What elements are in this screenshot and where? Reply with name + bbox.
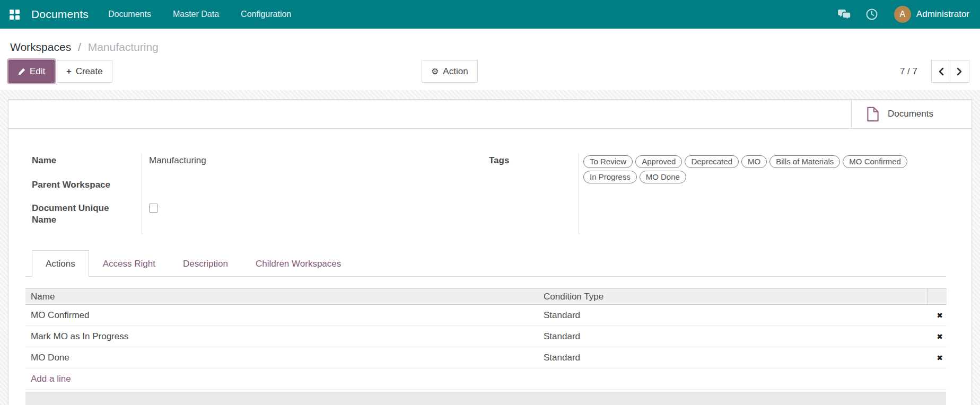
cell-action-name[interactable]: Mark MO as In Progress <box>25 326 538 347</box>
pager-count: 7 / 7 <box>900 66 917 77</box>
delete-x-icon: ✖ <box>937 332 943 341</box>
user-avatar[interactable]: A <box>894 6 911 23</box>
document-unique-name-field-value <box>142 201 489 234</box>
breadcrumb-workspaces[interactable]: Workspaces <box>10 41 71 53</box>
chevron-right-icon <box>957 67 962 76</box>
nav-item-master-data[interactable]: Master Data <box>173 1 219 28</box>
column-header-name[interactable]: Name <box>25 289 538 305</box>
cell-action-name[interactable]: MO Confirmed <box>25 305 538 326</box>
tab-description[interactable]: Description <box>169 250 242 276</box>
tag-pill: Deprecated <box>685 155 739 168</box>
nav-item-documents[interactable]: Documents <box>108 1 151 28</box>
stat-button-label: Documents <box>888 109 933 119</box>
tags-field-label: Tags <box>489 154 579 234</box>
form-sheet: Documents Name Manufacturing Parent Work… <box>8 99 972 405</box>
parent-workspace-field-label: Parent Workspace <box>32 178 142 201</box>
pager: 7 / 7 <box>900 60 969 83</box>
edit-button[interactable]: Edit <box>8 60 55 83</box>
apps-grid-icon[interactable] <box>10 10 20 20</box>
tag-pill: To Review <box>583 155 633 168</box>
chevron-left-icon <box>938 67 944 76</box>
table-row[interactable]: MO Done Standard ✖ <box>25 347 947 368</box>
button-box: Documents <box>8 100 972 129</box>
tag-pill: In Progress <box>583 171 637 183</box>
delete-row-button[interactable]: ✖ <box>928 326 947 347</box>
breadcrumb-current: Manufacturing <box>88 41 159 53</box>
nav-item-configuration[interactable]: Configuration <box>241 1 291 28</box>
top-navbar: Documents Documents Master Data Configur… <box>0 0 980 29</box>
content-background: Documents Name Manufacturing Parent Work… <box>0 90 980 405</box>
action-button[interactable]: ⚙ Action <box>422 60 478 83</box>
tab-bar: Actions Access Right Description Childre… <box>25 250 946 277</box>
tab-children-workspaces[interactable]: Children Workspaces <box>242 250 355 276</box>
activities-clock-icon[interactable] <box>865 8 878 21</box>
table-row[interactable]: Mark MO as In Progress Standard ✖ <box>25 326 947 347</box>
delete-row-button[interactable]: ✖ <box>928 347 947 368</box>
parent-workspace-field-value <box>142 178 489 201</box>
tab-access-right[interactable]: Access Right <box>89 250 169 276</box>
delete-row-button[interactable]: ✖ <box>928 305 947 326</box>
create-button[interactable]: + Create <box>57 60 112 83</box>
notebook: Actions Access Right Description Childre… <box>8 250 972 405</box>
add-line-row: Add a line <box>25 368 947 390</box>
cell-condition-type[interactable]: Standard <box>538 305 928 326</box>
table-row[interactable]: MO Confirmed Standard ✖ <box>25 305 947 326</box>
gear-icon: ⚙ <box>431 66 439 76</box>
tag-pill: MO Done <box>640 171 686 183</box>
cell-condition-type[interactable]: Standard <box>538 326 928 347</box>
delete-x-icon: ✖ <box>937 311 943 320</box>
tag-pill: MO Confirmed <box>843 155 907 168</box>
tab-actions[interactable]: Actions <box>32 250 89 277</box>
name-field-value: Manufacturing <box>142 154 489 178</box>
control-panel: Workspaces / Manufacturing Edit + Create… <box>0 29 980 90</box>
pager-previous-button[interactable] <box>931 60 950 83</box>
tag-pill: Approved <box>635 155 682 168</box>
plus-icon: + <box>66 67 71 76</box>
cell-condition-type[interactable]: Standard <box>538 347 928 368</box>
document-unique-name-field-label: Document Unique Name <box>32 201 142 234</box>
user-name[interactable]: Administrator <box>916 9 969 20</box>
nav-menu: Documents Master Data Configuration <box>108 1 291 28</box>
pager-next-button[interactable] <box>950 60 969 83</box>
document-file-icon <box>867 107 879 122</box>
app-title[interactable]: Documents <box>31 8 89 21</box>
column-header-condition-type[interactable]: Condition Type <box>538 289 928 305</box>
delete-x-icon: ✖ <box>937 354 943 362</box>
breadcrumb: Workspaces / Manufacturing <box>10 39 969 55</box>
pencil-icon <box>18 68 25 75</box>
table-footer-bar <box>25 392 946 405</box>
name-field-label: Name <box>32 154 142 178</box>
column-header-delete <box>928 289 947 305</box>
left-field-group: Name Manufacturing Parent Workspace Docu… <box>32 154 489 234</box>
tags-field-group: Tags To Review Approved Deprecated MO Bi… <box>489 154 946 234</box>
cell-action-name[interactable]: MO Done <box>25 347 538 368</box>
messages-icon[interactable] <box>837 9 852 20</box>
table-header-row: Name Condition Type <box>25 289 947 305</box>
breadcrumb-separator: / <box>78 41 81 53</box>
actions-table: Name Condition Type MO Confirmed Standar… <box>25 288 947 390</box>
tag-pill: MO <box>741 155 767 168</box>
documents-stat-button[interactable]: Documents <box>851 100 972 128</box>
document-unique-name-checkbox[interactable] <box>149 204 158 213</box>
add-a-line-link[interactable]: Add a line <box>31 374 71 384</box>
tags-field-value: To Review Approved Deprecated MO Bills o… <box>579 154 933 234</box>
actions-table-zone: Name Condition Type MO Confirmed Standar… <box>25 288 946 405</box>
tag-pill: Bills of Materials <box>769 155 840 168</box>
